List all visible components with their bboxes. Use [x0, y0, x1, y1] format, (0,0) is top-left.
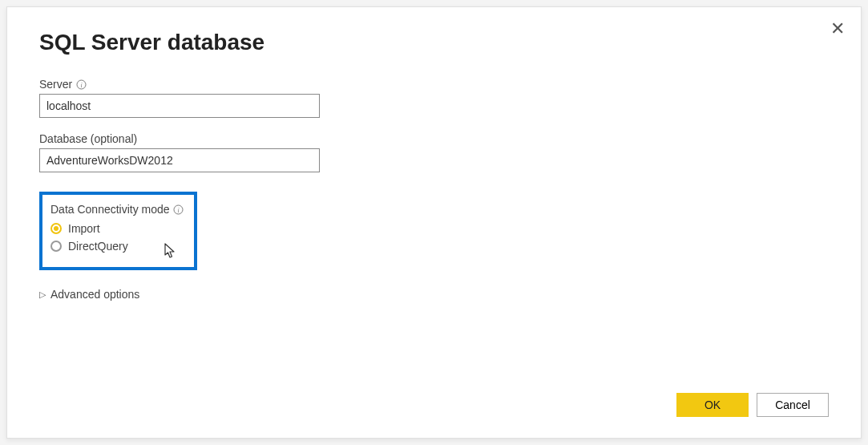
info-icon[interactable]: i — [75, 79, 87, 90]
radio-import[interactable]: Import — [50, 222, 184, 235]
advanced-options-toggle[interactable]: ▷ Advanced options — [39, 288, 139, 301]
svg-text:i: i — [80, 81, 82, 88]
svg-text:i: i — [178, 206, 180, 213]
server-field-group: Server i — [39, 78, 829, 118]
radio-icon-unselected — [50, 241, 62, 252]
info-icon[interactable]: i — [173, 204, 184, 215]
sql-server-dialog: ✕ SQL Server database Server i Database … — [6, 6, 862, 439]
connectivity-highlight: Data Connectivity mode i Import DirectQu… — [39, 192, 197, 270]
database-label: Database (optional) — [39, 132, 829, 145]
radio-label-directquery: DirectQuery — [68, 240, 128, 253]
ok-button[interactable]: OK — [676, 393, 749, 417]
dialog-button-row: OK Cancel — [676, 393, 829, 417]
connectivity-label: Data Connectivity mode i — [50, 203, 184, 216]
caret-right-icon: ▷ — [39, 289, 46, 300]
advanced-options-label: Advanced options — [50, 288, 139, 301]
server-label: Server i — [39, 78, 829, 91]
server-input[interactable] — [39, 94, 320, 118]
radio-directquery[interactable]: DirectQuery — [50, 240, 184, 253]
dialog-title: SQL Server database — [39, 30, 829, 55]
database-field-group: Database (optional) — [39, 132, 829, 172]
radio-icon-selected — [50, 223, 62, 234]
close-button[interactable]: ✕ — [830, 20, 845, 38]
database-input[interactable] — [39, 148, 320, 172]
cancel-button[interactable]: Cancel — [757, 393, 829, 417]
radio-label-import: Import — [68, 222, 100, 235]
close-icon: ✕ — [830, 18, 845, 38]
